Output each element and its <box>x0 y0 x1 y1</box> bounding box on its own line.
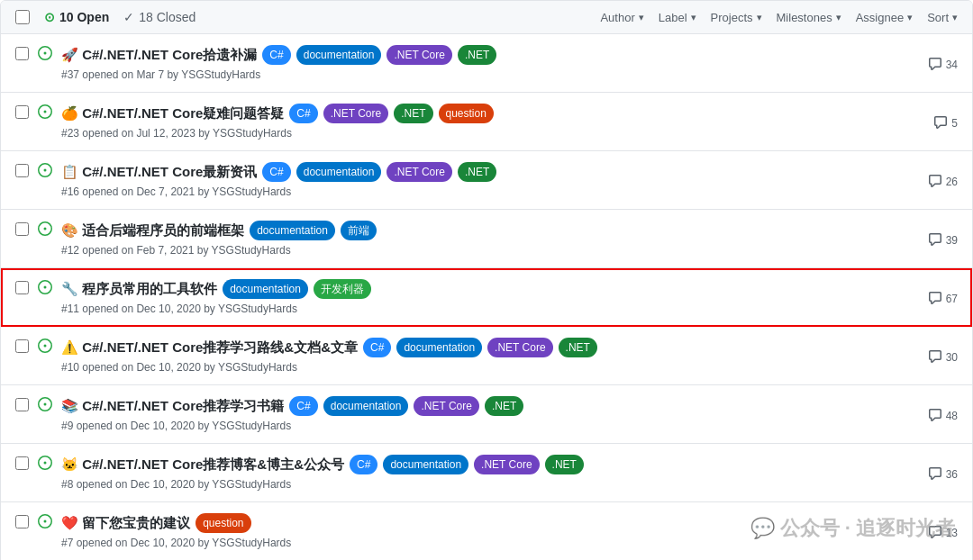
issue-comment-count[interactable]: 67 <box>928 291 958 308</box>
issue-meta: #12 opened on Feb 7, 2021 by YSGStudyHar… <box>61 244 919 257</box>
comment-number: 30 <box>946 351 958 364</box>
open-count: 10 Open <box>59 10 109 24</box>
issue-comment-count[interactable]: 36 <box>928 466 958 483</box>
issue-title[interactable]: 🐱 C#/.NET/.NET Core推荐博客&博主&公众号 <box>61 456 344 474</box>
issue-open-icon <box>38 339 52 357</box>
issue-comment-count[interactable]: 26 <box>928 174 958 191</box>
issue-title[interactable]: 📚 C#/.NET/.NET Core推荐学习书籍 <box>61 398 284 415</box>
label-label: Label <box>659 11 687 24</box>
row-checkbox[interactable] <box>15 105 29 119</box>
select-all-checkbox[interactable] <box>15 10 30 24</box>
issue-title[interactable]: 🍊 C#/.NET/.NET Core疑难问题答疑 <box>61 105 284 122</box>
issue-title[interactable]: 📋 C#/.NET/.NET Core最新资讯 <box>61 164 257 181</box>
comment-icon <box>928 291 942 308</box>
issue-body: 📋 C#/.NET/.NET Core最新资讯 C#documentation.… <box>61 162 919 198</box>
open-icon: ⊙ <box>44 10 55 24</box>
issue-row: 🔧 程序员常用的工具软件 documentation开发利器 #11 opene… <box>1 268 972 327</box>
assignee-filter[interactable]: Assignee ▾ <box>856 11 913 24</box>
label-csharp: C# <box>262 162 290 182</box>
projects-chevron: ▾ <box>757 12 762 23</box>
issue-title-row: 🎨 适合后端程序员的前端框架 documentation前端 <box>61 221 919 240</box>
issue-title[interactable]: ❤️ 留下您宝贵的建议 <box>61 515 190 532</box>
issue-body: 🍊 C#/.NET/.NET Core疑难问题答疑 C#.NET Core.NE… <box>61 104 924 140</box>
label-netcore: .NET Core <box>386 162 451 182</box>
issue-meta: #11 opened on Dec 10, 2020 by YSGStudyHa… <box>61 303 919 315</box>
comment-number: 48 <box>946 410 958 422</box>
row-checkbox[interactable] <box>15 398 29 411</box>
issue-open-icon <box>38 221 52 239</box>
issue-comment-count[interactable]: 48 <box>928 408 958 425</box>
comment-icon <box>928 466 942 483</box>
comment-icon <box>928 174 942 191</box>
watermark: 💬 公众号 · 追逐时光者 <box>750 515 955 542</box>
label-net: .NET <box>394 104 432 123</box>
row-checkbox[interactable] <box>15 515 29 528</box>
row-checkbox-wrapper <box>15 281 29 297</box>
row-checkbox[interactable] <box>15 281 29 294</box>
issue-comment-count[interactable]: 39 <box>928 232 958 249</box>
issue-body: 🐱 C#/.NET/.NET Core推荐博客&博主&公众号 C#documen… <box>61 455 919 491</box>
label-netcore: .NET Core <box>487 338 552 357</box>
closed-count: 18 Closed <box>139 10 196 24</box>
row-checkbox[interactable] <box>15 222 29 236</box>
row-checkbox-wrapper <box>15 164 29 180</box>
toolbar: ⊙ 10 Open ✓ 18 Closed Author ▾ Label ▾ P… <box>1 1 972 34</box>
issue-list: 🚀 C#/.NET/.NET Core拾遗补漏 C#documentation.… <box>1 34 972 560</box>
author-filter[interactable]: Author ▾ <box>600 11 643 24</box>
issue-title-row: 🚀 C#/.NET/.NET Core拾遗补漏 C#documentation.… <box>61 45 919 65</box>
issue-title[interactable]: 🎨 适合后端程序员的前端框架 <box>61 222 244 239</box>
row-checkbox-wrapper <box>15 47 29 63</box>
projects-filter[interactable]: Projects ▾ <box>711 11 762 24</box>
issue-comment-count[interactable]: 30 <box>928 349 958 366</box>
issue-body: 🔧 程序员常用的工具软件 documentation开发利器 #11 opene… <box>61 279 919 315</box>
issue-meta: #16 opened on Dec 7, 2021 by YSGStudyHar… <box>61 185 919 198</box>
label-filter[interactable]: Label ▾ <box>659 11 696 24</box>
issue-title[interactable]: ⚠️ C#/.NET/.NET Core推荐学习路线&文档&文章 <box>61 339 358 357</box>
sort-filter[interactable]: Sort ▾ <box>927 11 958 24</box>
issue-title[interactable]: 🔧 程序员常用的工具软件 <box>61 281 217 298</box>
label-net: .NET <box>458 45 496 65</box>
issue-body: 🎨 适合后端程序员的前端框架 documentation前端 #12 opene… <box>61 221 919 257</box>
issue-comment-count[interactable]: 5 <box>933 115 958 132</box>
issue-open-icon <box>38 397 52 415</box>
comment-icon <box>928 408 942 425</box>
row-checkbox-wrapper <box>15 339 29 356</box>
comment-icon <box>933 115 948 132</box>
comment-number: 39 <box>946 234 958 247</box>
sort-chevron: ▾ <box>952 12 958 23</box>
comment-icon <box>928 232 942 249</box>
issues-container: ⊙ 10 Open ✓ 18 Closed Author ▾ Label ▾ P… <box>0 0 973 560</box>
assignee-label: Assignee <box>856 11 904 24</box>
tab-open[interactable]: ⊙ 10 Open <box>44 10 109 24</box>
comment-number: 26 <box>946 176 958 188</box>
author-chevron: ▾ <box>639 12 644 23</box>
row-checkbox[interactable] <box>15 456 29 470</box>
projects-label: Projects <box>711 11 753 24</box>
issue-body: 📚 C#/.NET/.NET Core推荐学习书籍 C#documentatio… <box>61 396 919 432</box>
comment-icon <box>928 349 942 366</box>
label-netcore: .NET Core <box>386 45 451 65</box>
label-documentation: documentation <box>223 279 308 299</box>
issue-comment-count[interactable]: 34 <box>928 57 958 74</box>
label-front: 前端 <box>341 221 377 240</box>
label-netcore: .NET Core <box>474 455 539 474</box>
issue-title-row: 📚 C#/.NET/.NET Core推荐学习书籍 C#documentatio… <box>61 396 919 416</box>
row-checkbox[interactable] <box>15 47 29 60</box>
issue-row: 📚 C#/.NET/.NET Core推荐学习书籍 C#documentatio… <box>1 385 972 444</box>
label-netcore: .NET Core <box>323 104 388 123</box>
issue-open-icon <box>38 456 52 474</box>
label-csharp: C# <box>289 104 317 123</box>
row-checkbox[interactable] <box>15 339 29 353</box>
label-net: .NET <box>458 162 496 182</box>
row-checkbox-wrapper <box>15 398 29 414</box>
issue-meta: #8 opened on Dec 10, 2020 by YSGStudyHar… <box>61 478 919 491</box>
toolbar-left: ⊙ 10 Open ✓ 18 Closed <box>15 10 196 24</box>
milestones-filter[interactable]: Milestones ▾ <box>777 11 841 24</box>
issue-open-icon <box>38 280 52 298</box>
row-checkbox[interactable] <box>15 164 29 177</box>
tab-closed[interactable]: ✓ 18 Closed <box>123 10 196 24</box>
issue-title[interactable]: 🚀 C#/.NET/.NET Core拾遗补漏 <box>61 47 257 64</box>
issue-meta: #37 opened on Mar 7 by YSGStudyHards <box>61 68 919 81</box>
closed-icon: ✓ <box>123 10 134 24</box>
label-documentation: documentation <box>296 162 382 182</box>
